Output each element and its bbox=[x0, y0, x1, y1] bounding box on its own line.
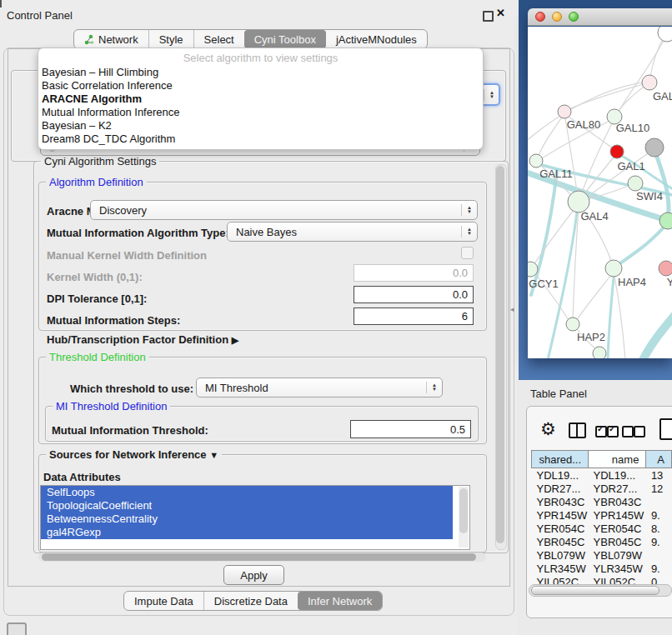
mi-steps-field[interactable]: 6 bbox=[354, 308, 474, 325]
graph-node[interactable] bbox=[566, 318, 579, 331]
algorithm-dropdown-popup: Select algorithm to view settings Bayesi… bbox=[38, 48, 484, 150]
tab-jactivemnodules[interactable]: jActiveMNodules bbox=[326, 30, 427, 48]
threshold-definition-title: Threshold Definition bbox=[46, 351, 149, 363]
tab-infer-network[interactable]: Infer Network bbox=[298, 592, 382, 610]
table-row[interactable]: YER054CYER054C8. bbox=[532, 522, 672, 535]
mi-threshold-field[interactable]: 0.5 bbox=[350, 420, 471, 438]
graph-node[interactable] bbox=[610, 145, 624, 158]
float-window-icon[interactable] bbox=[483, 11, 494, 22]
control-panel-tabs: Network Style Select Cyni Toolbox jActiv… bbox=[73, 29, 428, 49]
combo-stepper-icon: ▲▼ bbox=[426, 382, 437, 393]
node-label: GCY1 bbox=[529, 278, 558, 290]
algorithm-option[interactable]: ARACNE Algorithm bbox=[38, 92, 483, 106]
mi-type-combobox[interactable]: Naive Bayes ▲▼ bbox=[227, 222, 478, 242]
close-traffic-light-icon[interactable] bbox=[535, 12, 545, 22]
column-header-partial[interactable]: A bbox=[646, 451, 672, 468]
gear-icon[interactable]: ⚙ bbox=[540, 419, 556, 439]
graph-node[interactable] bbox=[659, 261, 672, 276]
settings-group-title: Cyni Algorithm Settings bbox=[41, 155, 159, 168]
graph-node[interactable] bbox=[645, 138, 664, 157]
table-row[interactable]: YBR043CYBR043C bbox=[532, 495, 672, 508]
attribute-option[interactable]: gal4RGexp bbox=[41, 526, 453, 539]
node-label: GAL bbox=[653, 90, 672, 102]
attribute-listbox[interactable]: SelfLoopsTopologicalCoefficientBetweenne… bbox=[40, 485, 470, 550]
select-all-checkbox-icon[interactable]: ✓ bbox=[595, 426, 607, 438]
columns-icon[interactable] bbox=[569, 422, 586, 438]
node-label: HAP4 bbox=[618, 276, 646, 288]
network-nodes[interactable]: GALGAL80GAL10GAL11GAL1SWI4GAL4GCY1HAP4YH… bbox=[528, 27, 672, 358]
table-row[interactable]: YDR27...YDR27...12 bbox=[532, 482, 672, 495]
aracne-mode-value: Discovery bbox=[99, 204, 147, 217]
tab-network[interactable]: Network bbox=[74, 30, 148, 48]
zoom-traffic-light-icon[interactable] bbox=[569, 12, 579, 22]
tab-label: Discretize Data bbox=[214, 595, 288, 608]
table-row[interactable]: YBL079WYBL079W bbox=[532, 548, 672, 562]
table-row[interactable]: YPR145WYPR145W9. bbox=[532, 508, 672, 522]
kernel-width-label: Kernel Width (0,1): bbox=[47, 271, 143, 283]
tab-style[interactable]: Style bbox=[148, 30, 193, 48]
network-canvas[interactable]: GALGAL80GAL10GAL11GAL1SWI4GAL4GCY1HAP4YH… bbox=[528, 27, 672, 358]
tab-cyni-toolbox[interactable]: Cyni Toolbox bbox=[244, 30, 326, 48]
screen: { "icons": { "gear": "⚙", "close": "✕", … bbox=[0, 0, 672, 635]
mi-type-label: Mutual Information Algorithm Type: bbox=[47, 227, 229, 239]
network-window-titlebar[interactable] bbox=[528, 8, 672, 26]
dpi-tolerance-field[interactable]: 0.0 bbox=[354, 286, 474, 303]
algorithm-list: Bayesian – Hill ClimbingBasic Correlatio… bbox=[38, 66, 483, 146]
deselect-all-checkbox-icon[interactable] bbox=[634, 426, 645, 438]
network-view-window[interactable]: GALGAL80GAL10GAL11GAL1SWI4GAL4GCY1HAP4YH… bbox=[528, 8, 672, 358]
table-row[interactable]: YBR045CYBR045C9. bbox=[532, 535, 672, 548]
node-label: GAL80 bbox=[567, 118, 600, 131]
apply-button[interactable]: Apply bbox=[223, 565, 284, 585]
which-threshold-combobox[interactable]: MI Threshold ▲▼ bbox=[196, 378, 443, 398]
manual-kernel-checkbox[interactable] bbox=[461, 247, 474, 259]
algorithm-option[interactable]: Bayesian – K2 bbox=[38, 119, 483, 132]
table-row[interactable]: YDL19...YDL19...13 bbox=[532, 468, 672, 482]
splitter-collapse-icon[interactable]: ◂ bbox=[510, 305, 514, 313]
dpi-tolerance-label: DPI Tolerance [0,1]: bbox=[47, 292, 147, 305]
deselect-all-checkbox-icon[interactable] bbox=[622, 426, 634, 438]
node-label: GAL1 bbox=[617, 160, 644, 172]
select-all-checkbox-icon[interactable]: ✓ bbox=[607, 426, 619, 438]
hub-definition-toggle[interactable]: Hub/Transcription Factor Definition ▶ bbox=[47, 333, 238, 346]
settings-vertical-scrollbar-thumb[interactable] bbox=[496, 166, 504, 543]
combo-stepper-icon: ▲▼ bbox=[461, 226, 472, 238]
graph-node[interactable] bbox=[593, 347, 606, 358]
table-row[interactable]: YLR345WYLR345W9. bbox=[532, 562, 672, 575]
algorithm-option[interactable]: Bayesian – Hill Climbing bbox=[38, 66, 483, 79]
collapse-down-icon: ▼ bbox=[209, 450, 218, 460]
tab-impute-data[interactable]: Impute Data bbox=[124, 592, 203, 610]
tab-label: Select bbox=[204, 33, 234, 46]
export-table-icon[interactable] bbox=[659, 418, 672, 440]
list-vertical-scrollbar-thumb[interactable] bbox=[459, 488, 468, 533]
tab-select[interactable]: Select bbox=[193, 30, 244, 48]
graph-node[interactable] bbox=[642, 75, 657, 90]
algorithm-option[interactable]: Dream8 DC_TDC Algorithm bbox=[38, 132, 483, 146]
attribute-option[interactable]: SelfLoops bbox=[41, 486, 453, 499]
tools-corner-icon[interactable] bbox=[7, 622, 27, 635]
graph-node[interactable] bbox=[529, 154, 543, 168]
tab-label: Style bbox=[159, 33, 183, 46]
column-header-shared-name[interactable]: shared... bbox=[532, 451, 589, 468]
node-table[interactable]: shared... name A YDL19...YDL19...13YDR27… bbox=[531, 450, 672, 588]
graph-node[interactable] bbox=[605, 260, 622, 277]
algorithm-option[interactable]: Mutual Information Inference bbox=[38, 106, 483, 119]
graph-node[interactable] bbox=[558, 105, 571, 118]
column-header-name[interactable]: name bbox=[589, 451, 646, 468]
attribute-option[interactable]: TopologicalCoefficient bbox=[41, 499, 453, 512]
mi-steps-label: Mutual Information Steps: bbox=[47, 314, 180, 327]
minimize-traffic-light-icon[interactable] bbox=[552, 12, 562, 22]
algorithm-option[interactable]: Basic Correlation Inference bbox=[38, 79, 483, 92]
kernel-width-field[interactable]: 0.0 bbox=[354, 264, 474, 282]
graph-node[interactable] bbox=[628, 176, 643, 191]
tab-label: jActiveMNodules bbox=[336, 33, 417, 46]
combo-stepper-icon: ▲▼ bbox=[461, 204, 472, 216]
tab-discretize-data[interactable]: Discretize Data bbox=[203, 592, 298, 610]
aracne-mode-combobox[interactable]: Discovery ▲▼ bbox=[90, 200, 478, 220]
attribute-option[interactable]: BetweennessCentrality bbox=[41, 512, 453, 526]
table-horizontal-scrollbar-thumb[interactable] bbox=[531, 586, 659, 595]
settings-horizontal-scrollbar-thumb[interactable] bbox=[42, 553, 476, 561]
close-icon[interactable]: ✕ bbox=[496, 7, 505, 19]
graph-node[interactable] bbox=[659, 212, 672, 229]
sources-title-toggle[interactable]: Sources for Network Inference ▼ bbox=[46, 448, 222, 461]
graph-node[interactable] bbox=[658, 27, 672, 42]
